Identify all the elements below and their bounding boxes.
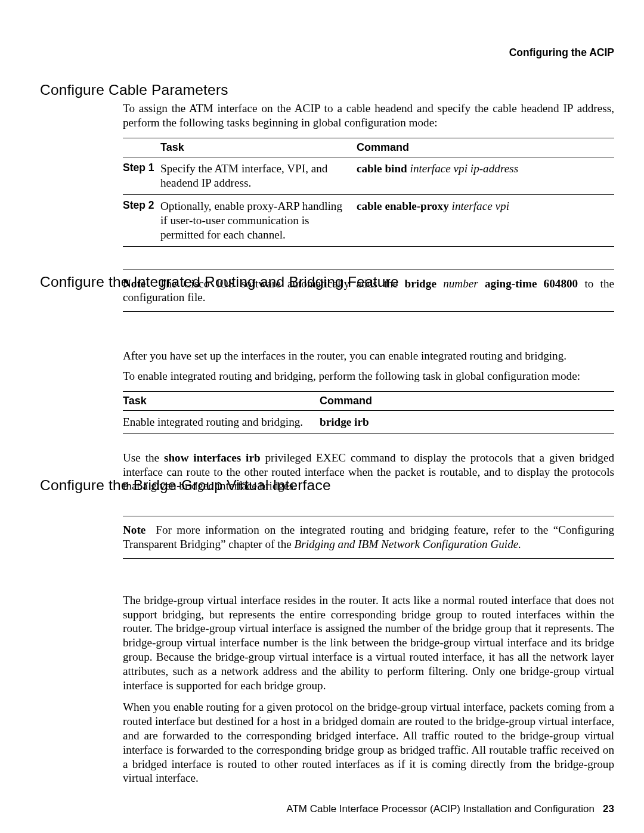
task-cell: Optionally, enable proxy-ARP handling if… [160, 194, 357, 246]
command-cell: cable enable-proxy interface vpi [357, 194, 614, 246]
body-paragraph: After you have set up the interfaces in … [123, 349, 614, 363]
page-footer: ATM Cable Interface Processor (ACIP) Ins… [286, 803, 614, 815]
running-header: Configuring the ACIP [509, 47, 614, 59]
note-bold1: bridge [405, 277, 436, 290]
step-label: Step 1 [123, 157, 160, 194]
content-column: To assign the ATM interface on the ACIP … [123, 95, 614, 793]
table-row: Step 1 Specify the ATM interface, VPI, a… [123, 157, 614, 194]
body-paragraph: Use the show interfaces irb privileged E… [123, 451, 614, 493]
page: Configuring the ACIP Configure Cable Par… [0, 0, 644, 833]
text-bold: show interfaces irb [164, 451, 261, 464]
table-header-blank [123, 138, 160, 157]
body-paragraph: To enable integrated routing and bridgin… [123, 369, 614, 383]
table-header-task: Task [123, 391, 320, 410]
step-label: Step 2 [123, 194, 160, 246]
note-label: Note [123, 524, 145, 536]
task-cell: Enable integrated routing and bridging. [123, 410, 320, 433]
table-header-command: Command [357, 138, 614, 157]
section-irb: After you have set up the interfaces in … [123, 349, 614, 559]
command-bold: cable enable-proxy [357, 200, 449, 212]
footer-title: ATM Cable Interface Processor (ACIP) Ins… [286, 803, 595, 815]
body-paragraph: When you enable routing for a given prot… [123, 700, 614, 785]
note-ital1: number [443, 277, 478, 290]
text-pre: Use the [123, 451, 164, 464]
table-row: Enable integrated routing and bridging. … [123, 410, 614, 433]
note-block: Note The Cisco IOS software automaticall… [123, 270, 614, 312]
task-cell: Specify the ATM interface, VPI, and head… [160, 157, 357, 194]
command-cell: cable bind interface vpi ip-address [357, 157, 614, 194]
command-cell: bridge irb [320, 410, 614, 433]
note-block: Note For more information on the integra… [123, 516, 614, 559]
note-bold2: aging-time 604800 [485, 277, 578, 290]
section-bvi: The bridge-group virtual interface resid… [123, 593, 614, 785]
intro-paragraph: To assign the ATM interface on the ACIP … [123, 101, 614, 130]
body-paragraph: The bridge-group virtual interface resid… [123, 593, 614, 693]
command-args: interface vpi ip-address [410, 162, 519, 175]
note-text: Note For more information on the integra… [123, 523, 614, 552]
section-cable-parameters: To assign the ATM interface on the ACIP … [123, 101, 614, 312]
page-number: 23 [603, 803, 614, 815]
command-bold: bridge irb [320, 416, 369, 428]
command-bold: cable bind [357, 162, 407, 175]
task-table-1: Task Command Step 1 Specify the ATM inte… [123, 138, 614, 247]
note-label: Note [123, 277, 145, 290]
note-text: Note The Cisco IOS software automaticall… [123, 277, 614, 305]
table-header-task: Task [160, 138, 357, 157]
note-pre: The Cisco IOS software automatically add… [159, 277, 404, 290]
command-args: interface vpi [452, 200, 509, 212]
note-ital: Bridging and IBM Network Configuration G… [295, 538, 522, 550]
task-table-2: Task Command Enable integrated routing a… [123, 391, 614, 434]
table-row: Step 2 Optionally, enable proxy-ARP hand… [123, 194, 614, 246]
table-header-command: Command [320, 391, 614, 410]
